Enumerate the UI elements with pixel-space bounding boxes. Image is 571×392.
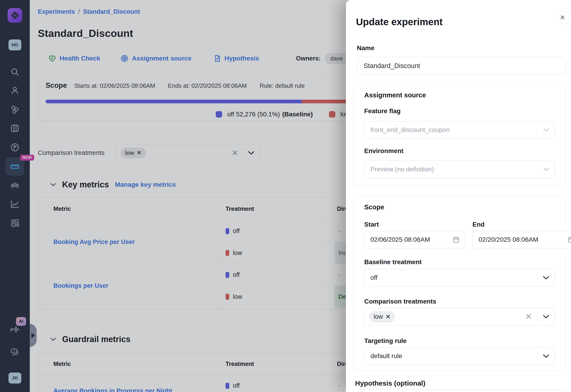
app-window: HO [0, 0, 571, 392]
clear-icon[interactable]: ✕ [520, 312, 537, 322]
update-experiment-drawer: ✕ Update experiment Name Standard_Discou… [346, 0, 571, 392]
targeting-rule-label: Targeting rule [364, 337, 407, 345]
comparison-treatments-label: Comparison treatments [364, 298, 436, 305]
calendar-icon[interactable] [568, 236, 571, 243]
assignment-source-card: Assignment source Feature flag front_end… [353, 85, 566, 186]
environment-select: Preview (no definition) [364, 161, 555, 178]
end-label: End [472, 221, 485, 228]
chip-remove-icon[interactable]: ✕ [386, 313, 391, 320]
baseline-treatment-select[interactable]: off [364, 269, 555, 286]
drawer-title: Update experiment [356, 16, 443, 28]
name-input[interactable]: Standard_Discount [357, 57, 566, 75]
chevron-down-icon[interactable] [537, 354, 555, 358]
comparison-treatments-select[interactable]: low✕ ✕ [364, 308, 555, 325]
environment-label: Environment [364, 147, 403, 155]
close-icon[interactable]: ✕ [556, 11, 569, 24]
treatment-chip[interactable]: low✕ [369, 311, 395, 322]
name-label: Name [357, 44, 374, 52]
chevron-down-icon [538, 128, 555, 132]
hypothesis-input[interactable] [357, 390, 566, 392]
scope-heading: Scope [364, 203, 384, 211]
assignment-source-heading: Assignment source [364, 91, 426, 99]
end-date-input[interactable]: 02/20/2025 08:06AM [472, 231, 571, 248]
targeting-rule-select[interactable]: default rule [364, 347, 555, 365]
calendar-icon[interactable] [453, 236, 460, 243]
start-date-input[interactable]: 02/06/2025 08:06AM [364, 231, 465, 248]
chevron-down-icon [538, 168, 555, 171]
hypothesis-heading: Hypothesis (optional) [355, 379, 426, 387]
feature-flag-label: Feature flag [364, 107, 401, 115]
start-label: Start [364, 221, 379, 228]
feature-flag-select: front_end_discount_coupon [364, 121, 555, 139]
baseline-treatment-label: Baseline treatment [364, 258, 422, 266]
chevron-down-icon[interactable] [537, 276, 555, 280]
scope-card: Scope Start 02/06/2025 08:06AM End 02/20… [353, 196, 566, 370]
chevron-down-icon[interactable] [537, 315, 555, 319]
